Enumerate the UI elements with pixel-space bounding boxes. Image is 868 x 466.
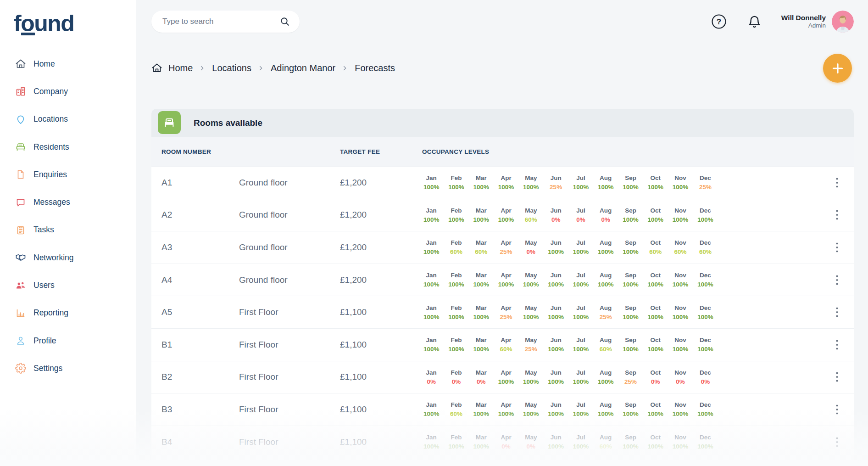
sidebar-item-settings[interactable]: Settings — [0, 354, 136, 382]
brand-logo[interactable]: found — [14, 10, 74, 37]
help-button[interactable]: ? — [711, 13, 727, 30]
sidebar-item-reporting[interactable]: Reporting — [0, 299, 136, 327]
month-label: Feb — [451, 174, 462, 181]
month-occupancy: Jan100% — [419, 329, 444, 361]
breadcrumb-home-icon[interactable] — [151, 62, 162, 73]
month-label: Sep — [625, 272, 636, 279]
row-menu-button[interactable] — [829, 337, 844, 353]
sidebar-item-label: Home — [33, 59, 55, 69]
sidebar-item-company[interactable]: Company — [0, 78, 136, 105]
month-occupancy: Nov100% — [668, 329, 693, 361]
sidebar-item-tasks[interactable]: Tasks — [0, 216, 136, 244]
month-label: Aug — [600, 401, 612, 408]
row-menu-button[interactable] — [829, 401, 844, 418]
row-menu-button[interactable] — [829, 174, 844, 191]
sidebar-item-residents[interactable]: Residents — [0, 133, 136, 161]
row-menu-button[interactable] — [829, 207, 844, 223]
month-label: Nov — [674, 174, 686, 181]
sidebar-item-enquiries[interactable]: Enquiries — [0, 161, 136, 188]
month-occupancy: Apr100% — [494, 361, 518, 393]
occupancy-value: 100% — [523, 314, 539, 320]
sidebar-item-label: Reporting — [33, 308, 68, 318]
month-label: Dec — [700, 304, 711, 311]
breadcrumb-item-locations[interactable]: Locations — [212, 63, 251, 73]
notifications-button[interactable] — [746, 13, 763, 30]
occupancy-value: 100% — [448, 346, 464, 353]
occupancy-value: 60% — [450, 248, 462, 255]
month-label: Jun — [551, 304, 562, 311]
occupancy-value: 100% — [598, 378, 614, 385]
room-row-a3: A3Ground floor£1,200Jan100%Feb60%Mar60%A… — [151, 231, 854, 264]
occupancy-value: 100% — [673, 184, 689, 191]
occupancy-value: 100% — [423, 443, 440, 450]
occupancy-value: 100% — [423, 410, 440, 417]
occupancy-value: 0% — [527, 443, 536, 450]
search-icon[interactable] — [279, 16, 290, 27]
row-menu-button[interactable] — [829, 369, 844, 385]
occupancy-value: 100% — [573, 346, 589, 353]
breadcrumb-item-forecasts[interactable]: Forecasts — [355, 63, 395, 73]
month-label: Jan — [426, 304, 437, 311]
avatar[interactable] — [832, 11, 854, 33]
rooms-available-card: Rooms available ROOM NUMBER TARGET FEE O… — [151, 109, 854, 466]
sidebar-item-users[interactable]: Users — [0, 271, 136, 299]
search-input[interactable] — [162, 17, 279, 26]
row-menu-button[interactable] — [829, 272, 844, 288]
user-menu[interactable]: Will Donnelly Admin — [781, 13, 826, 30]
breadcrumb: HomeLocationsAdington ManorForecasts — [151, 60, 395, 76]
month-occupancy: Sep100% — [618, 329, 643, 361]
sidebar-item-networking[interactable]: Networking — [0, 244, 136, 271]
occupancy-value: 100% — [623, 184, 639, 191]
occupancy-value: 0% — [527, 248, 536, 255]
occupancy-value: 100% — [598, 184, 614, 191]
month-label: Apr — [501, 369, 511, 376]
row-menu-button[interactable] — [829, 434, 844, 450]
month-label: Dec — [700, 434, 711, 441]
sidebar-item-home[interactable]: Home — [0, 50, 136, 78]
occupancy-value: 100% — [623, 314, 639, 320]
month-occupancy: Sep100% — [618, 199, 643, 231]
month-label: Feb — [451, 434, 462, 441]
month-occupancy: May100% — [518, 361, 543, 393]
occupancy-value: 100% — [448, 443, 464, 450]
room-number: A3 — [161, 242, 172, 253]
month-label: Dec — [700, 401, 711, 408]
month-occupancy: Apr0% — [494, 426, 518, 458]
occupancy-value: 100% — [473, 281, 489, 288]
breadcrumb-item-adington-manor[interactable]: Adington Manor — [271, 63, 335, 73]
month-occupancy: Sep100% — [618, 167, 643, 199]
month-label: Dec — [700, 239, 711, 246]
month-label: Jul — [576, 337, 585, 343]
month-occupancy: May100% — [518, 296, 543, 328]
month-occupancy: Apr25% — [494, 231, 518, 264]
occupancy-value: 100% — [548, 443, 564, 450]
occupancy-value: 100% — [673, 443, 689, 450]
month-occupancy: Feb100% — [444, 426, 468, 458]
month-label: Nov — [674, 337, 686, 343]
row-menu-button[interactable] — [829, 239, 844, 256]
occupancy-value: 100% — [697, 314, 713, 320]
occupancy-value: 60% — [500, 346, 512, 353]
month-occupancy: Sep100% — [618, 426, 643, 458]
topbar: ? Will Donnelly Admin — [136, 0, 868, 44]
month-label: Jan — [426, 272, 437, 279]
occupancy-value: 25% — [500, 248, 512, 255]
clipboard-icon — [15, 225, 26, 236]
month-occupancy: Jun0% — [543, 199, 568, 231]
occupancy-value: 0% — [701, 378, 710, 385]
help-icon: ? — [711, 14, 727, 29]
month-label: Sep — [625, 239, 636, 246]
month-occupancy: Dec25% — [693, 167, 718, 199]
row-menu-button[interactable] — [829, 304, 844, 320]
room-number: A5 — [161, 307, 172, 317]
sidebar-item-profile[interactable]: Profile — [0, 327, 136, 354]
sidebar-item-messages[interactable]: Messages — [0, 188, 136, 216]
sidebar-item-locations[interactable]: Locations — [0, 106, 136, 133]
month-label: Sep — [625, 401, 636, 408]
occupancy-value: 60% — [674, 248, 687, 255]
month-occupancy: Oct100% — [643, 393, 668, 426]
add-button[interactable] — [823, 54, 852, 83]
breadcrumb-item-home[interactable]: Home — [168, 63, 193, 73]
month-label: May — [525, 207, 537, 214]
month-occupancy: Aug0% — [593, 199, 618, 231]
